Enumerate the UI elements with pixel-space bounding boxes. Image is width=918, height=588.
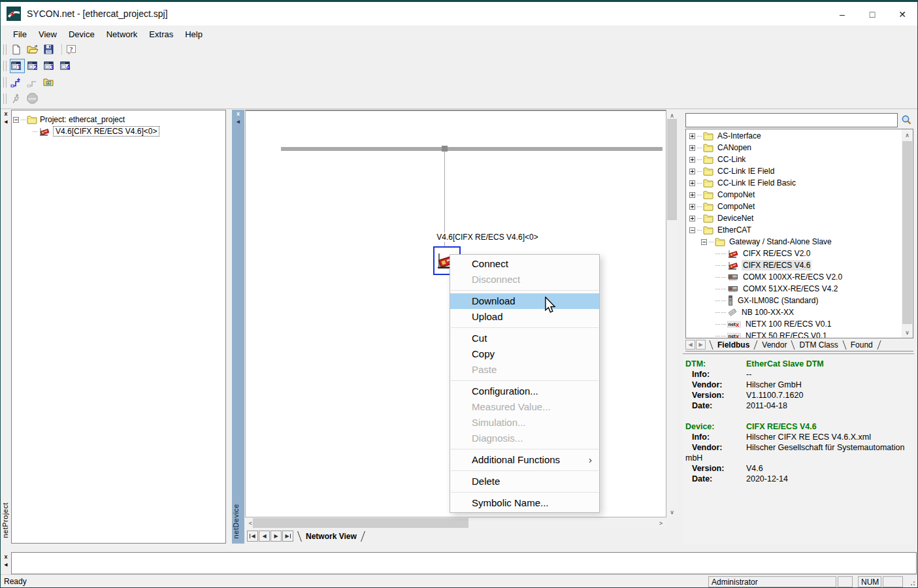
catalog-item-netx-100-re-ecs-v0-1[interactable]: netxNETX 100 RE/ECS V0.1 [686, 318, 902, 330]
first-view-button[interactable]: ◀ [247, 531, 258, 542]
catalog-item-as-interface[interactable]: +AS-Interface [686, 130, 902, 142]
menu-file[interactable]: File [7, 28, 33, 41]
scroll-down-icon[interactable]: ∨ [902, 327, 913, 338]
catalog-item-cc-link-ie-field-basic[interactable]: +CC-Link IE Field Basic [686, 177, 902, 189]
expand-icon[interactable]: + [689, 157, 695, 163]
search-icon[interactable] [899, 113, 913, 127]
prev-view-button[interactable]: ◀ [259, 531, 270, 542]
netproject-close-icon[interactable]: x [1, 110, 10, 118]
catalog-scroll-thumb[interactable] [902, 141, 912, 324]
catalog-item-label: GX-ILM08C (Standard) [736, 295, 819, 306]
expand-icon[interactable]: + [689, 192, 695, 198]
catalog-item-gx-ilm08c-standard-[interactable]: GX-ILM08C (Standard) [686, 295, 902, 306]
menu-view[interactable]: View [33, 28, 63, 41]
catalog-item-label: CIFX RE/ECS V2.0 [742, 248, 811, 259]
tab-found[interactable]: Found [849, 340, 874, 350]
catalog-item-canopen[interactable]: +CANopen [686, 142, 902, 154]
context-menu-delete[interactable]: Delete [450, 474, 599, 489]
catalog-item-componet[interactable]: +CompoNet [686, 189, 902, 201]
resize-grip[interactable] [908, 579, 915, 585]
output-collapse-icon[interactable]: ◂ [1, 561, 10, 568]
open-project-button[interactable] [26, 42, 41, 57]
menu-extras[interactable]: Extras [143, 28, 179, 41]
project-device-row[interactable]: V4.6[CIFX RE/ECS V4.6]<0> [13, 125, 224, 137]
catalog-item-gateway-stand-alone-slave[interactable]: −Gateway / Stand-Alone Slave [686, 236, 902, 248]
menu-device[interactable]: Device [63, 28, 101, 41]
catalog-item-cc-link-ie-field[interactable]: +CC-Link IE Field [686, 165, 902, 177]
context-menu-cut[interactable]: Cut [450, 331, 599, 346]
catalog-item-componet[interactable]: +CompoNet [686, 201, 902, 212]
context-menu-additional-functions[interactable]: Additional Functions› [450, 452, 599, 468]
tab-dtm-class[interactable]: DTM Class [798, 340, 839, 350]
collapse-icon[interactable]: − [701, 239, 707, 245]
context-menu-connect[interactable]: Connect [450, 256, 599, 272]
catalog-item-devicenet[interactable]: +DeviceNet [686, 212, 902, 224]
hscroll-thumb[interactable] [253, 518, 468, 528]
context-menu-configuration-[interactable]: Configuration... [450, 384, 599, 399]
context-menu-symbolic-name-[interactable]: Symbolic Name... [450, 495, 599, 511]
tree-guide [715, 301, 720, 301]
window-layout-1-button[interactable]: 1 [10, 59, 25, 73]
context-menu-copy[interactable]: Copy [450, 346, 599, 362]
window-layout-2-button[interactable]: 2 [26, 59, 41, 73]
context-menu-upload[interactable]: Upload [450, 309, 599, 325]
catalog-item-cifx-re-ecs-v2-0[interactable]: CIFX RE/ECS V2.0 [686, 248, 902, 259]
catalog-item-netx-50-re-ecs-v0-1[interactable]: netxNETX 50 RE/ECS V0.1 [686, 330, 902, 338]
catalog-search-input[interactable] [685, 113, 898, 127]
expand-icon[interactable]: + [689, 169, 695, 174]
catalog-item-cifx-re-ecs-v4-6[interactable]: CIFX RE/ECS V4.6 [686, 259, 902, 271]
vscroll-thumb[interactable] [667, 119, 677, 220]
catalog-item-ethercat[interactable]: −EtherCAT [686, 224, 902, 236]
gx-module-icon [727, 295, 734, 306]
tab-network-view[interactable]: Network View [306, 532, 357, 541]
catalog-item-comx-51xx-re-ecs-v4-2[interactable]: COMX 51XX-RE/ECS V4.2 [686, 283, 902, 295]
netdevice-close-icon[interactable]: x [232, 110, 244, 118]
catalog-scrollbar[interactable]: ∧ ∨ [902, 129, 913, 338]
new-document-button[interactable] [10, 42, 25, 57]
tree-guide [697, 183, 702, 184]
start-debug-button[interactable] [10, 91, 25, 106]
tab-fieldbus[interactable]: Fieldbus [716, 340, 751, 350]
scroll-down-icon[interactable]: ∨ [666, 506, 678, 517]
scroll-up-icon[interactable]: ∧ [902, 129, 913, 140]
device-catalog-button[interactable] [42, 75, 57, 90]
tab-scroll-right-icon[interactable]: ▶ [696, 340, 706, 350]
catalog-item-cc-link[interactable]: +CC-Link [686, 154, 902, 165]
tab-scroll-left-icon[interactable]: ◀ [685, 340, 695, 350]
remove-bus-button[interactable] [26, 75, 41, 90]
expand-icon[interactable]: + [689, 216, 695, 221]
submenu-arrow-icon: › [589, 452, 592, 468]
minimize-button[interactable]: – [827, 2, 857, 27]
canvas-hscrollbar[interactable]: < > [245, 517, 666, 529]
netdevice-collapse-icon[interactable]: ◂ [232, 118, 244, 125]
maximize-button[interactable]: □ [857, 2, 887, 27]
context-menu-download[interactable]: Download [450, 293, 599, 309]
collapse-icon[interactable]: − [13, 117, 19, 123]
catalog-item-comx-100xx-re-ecs-v2-0[interactable]: COMX 100XX-RE/ECS V2.0 [686, 271, 902, 283]
scroll-right-icon[interactable]: > [655, 517, 666, 529]
project-device-label[interactable]: V4.6[CIFX RE/ECS V4.6]<0> [53, 126, 159, 137]
stop-debug-button[interactable]: STOP [26, 91, 41, 106]
window-layout-3-button[interactable]: 3 [42, 59, 57, 73]
next-view-button[interactable]: ▶ [270, 531, 282, 542]
canvas-vscrollbar[interactable]: ∧ ∨ [666, 110, 678, 517]
close-button[interactable]: ✕ [887, 2, 917, 27]
netproject-collapse-icon[interactable]: ◂ [1, 118, 10, 125]
device-context-menu: ConnectDisconnectDownloadUploadCutCopyPa… [450, 254, 600, 513]
output-close-icon[interactable]: x [1, 553, 10, 561]
collapse-icon[interactable]: − [689, 227, 695, 233]
expand-icon[interactable]: + [689, 204, 695, 210]
save-project-button[interactable] [42, 42, 57, 57]
help-button[interactable]: ? [65, 42, 80, 57]
window-layout-4-button[interactable]: 4 [59, 59, 74, 73]
expand-icon[interactable]: + [689, 145, 695, 151]
last-view-button[interactable]: ▶ [282, 531, 293, 542]
insert-bus-button[interactable] [10, 75, 25, 90]
expand-icon[interactable]: + [689, 180, 695, 186]
project-root-row[interactable]: − Project: ethercat_project [13, 114, 224, 125]
catalog-item-nb-100-xx-xx[interactable]: NB 100-XX-XX [686, 306, 902, 318]
menu-help[interactable]: Help [179, 28, 208, 41]
tab-vendor[interactable]: Vendor [761, 340, 788, 350]
expand-icon[interactable]: + [689, 133, 695, 139]
menu-network[interactable]: Network [101, 28, 144, 41]
